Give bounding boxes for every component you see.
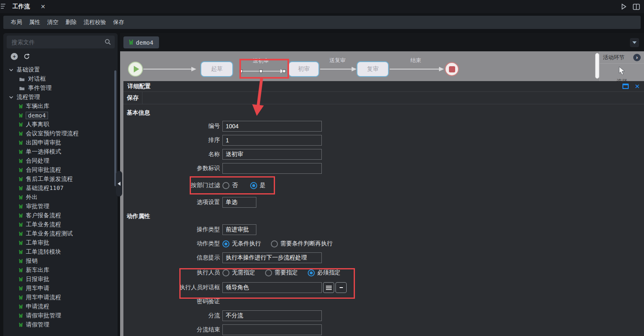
- run-icon[interactable]: [620, 3, 627, 10]
- tab-workflow[interactable]: 工作流 ✕: [8, 0, 50, 13]
- panel-tab-save[interactable]: 保存: [123, 92, 142, 104]
- field-option-input[interactable]: [222, 197, 256, 208]
- toolbar-properties-button[interactable]: 属性: [29, 19, 40, 26]
- field-split: 分流: [127, 310, 644, 321]
- node-second-review[interactable]: 复审: [357, 61, 389, 77]
- close-panel-icon[interactable]: ✕: [634, 83, 640, 89]
- tree-item[interactable]: Wdemo4: [3, 111, 118, 120]
- add-icon[interactable]: +: [11, 53, 18, 60]
- tree-item[interactable]: W工单审批: [3, 238, 118, 247]
- editor-tab-bar: W demo4: [120, 33, 644, 51]
- search-input[interactable]: [7, 36, 115, 48]
- tree-item[interactable]: W日报审批: [3, 275, 118, 284]
- radio-need-assign[interactable]: [265, 269, 272, 276]
- cursor-icon: [618, 66, 626, 75]
- toolbar-layout-button[interactable]: 布局: [11, 19, 22, 26]
- field-split-input[interactable]: [222, 310, 322, 321]
- tree-item-label: 申请流程: [26, 303, 49, 310]
- tree-item[interactable]: W人事离职: [3, 120, 118, 129]
- tree-section[interactable]: 基础设置: [3, 65, 118, 74]
- field-op-type-input[interactable]: [222, 224, 256, 235]
- tree-item[interactable]: W报销: [3, 257, 118, 266]
- tree-item-label: 外出: [26, 194, 37, 201]
- tree-item-label: 合同处理: [26, 157, 49, 165]
- workflow-icon: W: [19, 221, 22, 228]
- tree-item[interactable]: W出国申请审批: [3, 138, 118, 147]
- tab-demo4[interactable]: W demo4: [123, 36, 159, 48]
- field-order-input[interactable]: [222, 135, 322, 146]
- field-executor-dialog-input[interactable]: [222, 282, 322, 293]
- tree-item-label: 工单业务流程测试: [26, 230, 73, 238]
- refresh-icon[interactable]: [23, 53, 30, 60]
- tree-item[interactable]: 对话框: [3, 74, 118, 84]
- canvas-scrollbar[interactable]: [595, 53, 599, 79]
- play-icon: [134, 66, 139, 72]
- field-split-end: 分流结束: [127, 324, 644, 335]
- tree-item-label: 请假管理: [26, 321, 49, 329]
- select-list-button[interactable]: [323, 282, 334, 293]
- tree-item[interactable]: W工单业务流程: [3, 220, 118, 229]
- tree-item[interactable]: W会议室预约管理流程: [3, 129, 118, 138]
- sidebar-collapse-handle[interactable]: [116, 171, 122, 197]
- toolbar-save-button[interactable]: 保存: [113, 19, 124, 26]
- tree-item[interactable]: W新车出库: [3, 266, 118, 275]
- tree-item[interactable]: W基础流程1107: [3, 184, 118, 193]
- tree-item[interactable]: W用车申请: [3, 284, 118, 293]
- sidebar-scrollbar[interactable]: [114, 70, 116, 186]
- search-icon[interactable]: [105, 39, 111, 45]
- transition-end-label[interactable]: 结束: [403, 57, 428, 64]
- tree-item[interactable]: 事件管理: [3, 84, 118, 93]
- tree-item[interactable]: W外出: [3, 193, 118, 202]
- stop-icon: [449, 66, 455, 72]
- radio-dept-yes[interactable]: [250, 182, 257, 189]
- split-view-icon[interactable]: [633, 4, 640, 10]
- field-code-input[interactable]: [222, 121, 322, 132]
- tree-item[interactable]: W合同处理: [3, 156, 118, 166]
- field-executor: 执行人员 无需指定 需要指定 必须指定: [127, 266, 644, 279]
- field-message-input[interactable]: [222, 252, 322, 263]
- toolbar-clear-button[interactable]: 清空: [47, 19, 58, 26]
- radio-unconditional-label: 无条件执行: [232, 240, 261, 247]
- field-name-input[interactable]: [222, 149, 322, 160]
- tree-item[interactable]: W工单流转模块: [3, 247, 118, 257]
- tree-item[interactable]: W申请流程: [3, 302, 118, 311]
- radio-dept-no[interactable]: [222, 182, 229, 189]
- field-split-end-input[interactable]: [222, 324, 322, 335]
- menu-icon[interactable]: [1, 4, 5, 10]
- toolbar-validate-button[interactable]: 流程校验: [84, 19, 106, 26]
- field-code: 编号: [127, 121, 644, 132]
- workflow-icon: W: [19, 294, 22, 301]
- field-split-end-label: 分流结束: [127, 326, 222, 334]
- toolbar-delete-button[interactable]: 删除: [65, 19, 77, 26]
- chevron-right-icon[interactable]: ›: [633, 54, 641, 61]
- field-param-input[interactable]: [222, 163, 322, 174]
- tree-item[interactable]: W车辆出库: [3, 102, 118, 111]
- tree-item[interactable]: W合同审批流程: [3, 166, 118, 175]
- tree-item[interactable]: W用车申请流程: [3, 293, 118, 302]
- tree-item-label: 工单流转模块: [26, 248, 61, 256]
- tree-item[interactable]: W单一选择模式: [3, 147, 118, 156]
- tree-item-label: 用车申请: [26, 285, 49, 292]
- tree-item[interactable]: W工单业务流程测试: [3, 229, 118, 238]
- end-node[interactable]: [445, 62, 459, 76]
- transition-song-fushen-label[interactable]: 送复审: [321, 57, 354, 64]
- close-tab-icon[interactable]: ✕: [41, 3, 46, 10]
- node-draft[interactable]: 起草: [200, 61, 233, 77]
- tree-item[interactable]: W客户报备流程: [3, 211, 118, 220]
- tree-item-label: 事件管理: [28, 84, 52, 92]
- tab-list-dropdown[interactable]: [630, 38, 639, 47]
- tree-item[interactable]: W请假管理: [3, 320, 118, 329]
- radio-conditional[interactable]: [271, 240, 278, 247]
- radio-no-assign[interactable]: [222, 269, 229, 276]
- remove-button[interactable]: [335, 282, 347, 293]
- search-box: [7, 36, 115, 48]
- tree-item[interactable]: W售后工单派发流程: [3, 175, 118, 184]
- maximize-icon[interactable]: [622, 84, 629, 89]
- radio-unconditional[interactable]: [222, 240, 229, 247]
- tree-item[interactable]: W请假审批管理: [3, 311, 118, 320]
- tree-item[interactable]: W审批管理: [3, 202, 118, 211]
- radio-must-assign[interactable]: [308, 269, 315, 276]
- tree-section[interactable]: 流程管理: [3, 93, 118, 102]
- start-node[interactable]: [128, 62, 143, 77]
- node-first-review[interactable]: 初审: [288, 61, 319, 77]
